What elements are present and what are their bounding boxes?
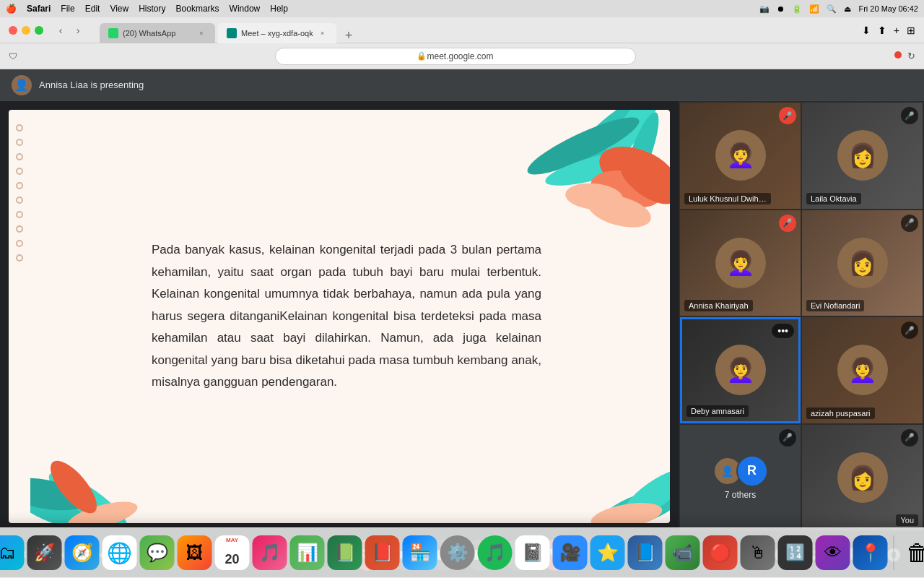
menu-help[interactable]: Help (270, 4, 288, 14)
apple-menu[interactable]: 🍎 (6, 4, 17, 14)
tab-close-whatsapp[interactable]: × (196, 28, 206, 38)
annisa-name: Annisa Khairiyah (684, 300, 753, 311)
menu-bar-right: 📷 ⏺ 🔋 📶 🔍 ⏏ Fri 20 May 06:42 (759, 4, 918, 14)
minimize-button[interactable] (22, 26, 30, 35)
search-icon[interactable]: 🔍 (827, 4, 837, 14)
azizah-name-bar: azizah puspasari (806, 407, 918, 419)
dock-messages[interactable]: 💬 (140, 535, 175, 570)
laila-name: Laila Oktavia (806, 193, 861, 204)
dock-powerpoint[interactable]: 📕 (365, 535, 400, 570)
svg-point-16 (596, 480, 670, 523)
dock-zoom[interactable]: 🎥 (553, 535, 588, 570)
new-tab-button[interactable]: + (345, 28, 353, 43)
whatsapp-icon (108, 28, 118, 38)
new-window-icon[interactable]: + (894, 25, 899, 36)
dock-word[interactable]: 📘 (628, 535, 663, 570)
menu-file[interactable]: File (61, 4, 74, 14)
forward-button[interactable]: › (71, 23, 85, 38)
dock-twitter[interactable]: ⭐ (590, 535, 625, 570)
menu-window[interactable]: Window (230, 4, 261, 14)
participant-tile-evi: 👩 🎤 Evi Nofiandari (802, 210, 923, 316)
menu-app-name[interactable]: Safari (27, 4, 51, 14)
dock-calculator[interactable]: 🔢 (778, 535, 813, 570)
menu-edit[interactable]: Edit (85, 4, 100, 14)
svg-point-8 (614, 152, 670, 212)
participant-tile-laila: 👩 🎤 Laila Oktavia (802, 103, 923, 209)
dock-facetime[interactable]: 📹 (666, 535, 700, 570)
leaves-bottomleft-svg (30, 429, 175, 523)
you-face: 👩 (837, 452, 888, 503)
dock-notion[interactable]: 📓 (515, 535, 550, 570)
laila-name-bar: Laila Oktavia (806, 193, 918, 204)
dock-excel[interactable]: 📗 (328, 535, 362, 570)
laila-mute-icon: 🎤 (901, 107, 918, 124)
download-icon[interactable]: ⬇ (862, 25, 871, 36)
svg-point-9 (565, 181, 624, 212)
deby-more-button[interactable]: ••• (772, 324, 794, 338)
others-mute-icon: 🎤 (779, 429, 796, 447)
dock-photos[interactable]: 🖼 (178, 535, 212, 570)
dock-findmy[interactable]: 📍 (853, 535, 888, 570)
menu-history[interactable]: History (139, 4, 165, 14)
laila-face: 👩 (837, 130, 888, 181)
dock-spotify[interactable]: 🎵 (478, 535, 513, 570)
you-mute-icon: 🎤 (901, 429, 918, 447)
menu-bar-left: 🍎 Safari File Edit View History Bookmark… (6, 4, 288, 14)
leaves-bottomright-svg (540, 436, 670, 523)
deby-name: Deby amnasari (687, 405, 749, 417)
dock-numbers[interactable]: 📊 (290, 535, 325, 570)
tab-meet[interactable]: Meet – xyg-xdfa-oqk × (218, 23, 336, 43)
svg-point-18 (589, 499, 664, 523)
close-button[interactable] (9, 26, 17, 35)
screenrecord-icon: ⏺ (777, 4, 785, 13)
reload-button[interactable]: ↻ (907, 51, 915, 61)
menu-bookmarks[interactable]: Bookmarks (176, 4, 219, 14)
participant-tile-annisa: 👩‍🦱 🎤 Annisa Khairiyah (680, 210, 801, 316)
url-input[interactable]: 🔒 meet.google.com (275, 48, 636, 65)
evi-name: Evi Nofiandari (806, 300, 864, 311)
dock: 🗂 🚀 🧭 🌐 💬 🖼 MAY 20 🎵 📊 📗 📕 🏪 ⚙️ 🎵 📓 🎥 ⭐ … (0, 527, 924, 578)
control-center-icon[interactable]: ⏏ (844, 4, 851, 14)
meet-content: Pada banyak kasus, kelainan kongenital t… (0, 101, 924, 532)
dock-calendar[interactable]: MAY 20 (215, 535, 250, 570)
dock-safari[interactable]: 🧭 (65, 535, 100, 570)
back-button[interactable]: ‹ (53, 23, 68, 38)
svg-point-15 (43, 454, 104, 520)
title-bar: ‹ › (20) WhatsApp × Meet – xyg-xdfa-oqk … (0, 17, 924, 43)
svg-point-7 (588, 165, 665, 214)
presenting-banner: 👤 Annisa Liaa is presenting (0, 69, 924, 101)
rec-indicator (893, 50, 903, 63)
dock-chrome[interactable]: 🌐 (103, 535, 137, 570)
slide-dots (9, 110, 52, 523)
dock-music[interactable]: 🎵 (253, 535, 287, 570)
battery-icon: 🔋 (792, 4, 802, 14)
dock-launchpad[interactable]: 🚀 (27, 535, 62, 570)
browser-window: ‹ › (20) WhatsApp × Meet – xyg-xdfa-oqk … (0, 17, 924, 578)
meet-icon (227, 28, 237, 38)
luluk-mute-icon: 🎤 (779, 107, 796, 124)
azizah-name: azizah puspasari (806, 407, 875, 419)
maximize-button[interactable] (35, 26, 43, 35)
dock-tdisk[interactable]: 🖱 (741, 535, 775, 570)
sidebar-toggle-icon[interactable]: ⊞ (907, 25, 915, 36)
tab-whatsapp[interactable]: (20) WhatsApp × (100, 23, 215, 43)
dock-redact[interactable]: 🔴 (703, 535, 738, 570)
evi-name-bar: Evi Nofiandari (806, 300, 918, 311)
security-icon: 🛡 (9, 51, 17, 61)
dock-preview[interactable]: 👁 (816, 535, 850, 570)
svg-point-14 (65, 496, 140, 523)
svg-point-2 (596, 110, 670, 173)
participant-tile-others: 🎤 👤 R 7 others (680, 425, 801, 531)
share-icon[interactable]: ⬆ (878, 25, 886, 36)
menu-bar: 🍎 Safari File Edit View History Bookmark… (0, 0, 924, 17)
svg-point-17 (616, 461, 670, 523)
menu-view[interactable]: View (110, 4, 128, 14)
dock-settings[interactable]: ⚙️ (440, 535, 475, 570)
luluk-face: 👩‍🦱 (715, 130, 766, 181)
tab-close-meet[interactable]: × (318, 28, 328, 38)
dock-trash[interactable]: 🗑 (900, 535, 925, 570)
dock-finder[interactable]: 🗂 (0, 535, 25, 570)
nav-buttons: ‹ › (53, 23, 85, 38)
azizah-face: 👩‍🦱 (837, 345, 888, 395)
dock-appstore[interactable]: 🏪 (403, 535, 437, 570)
